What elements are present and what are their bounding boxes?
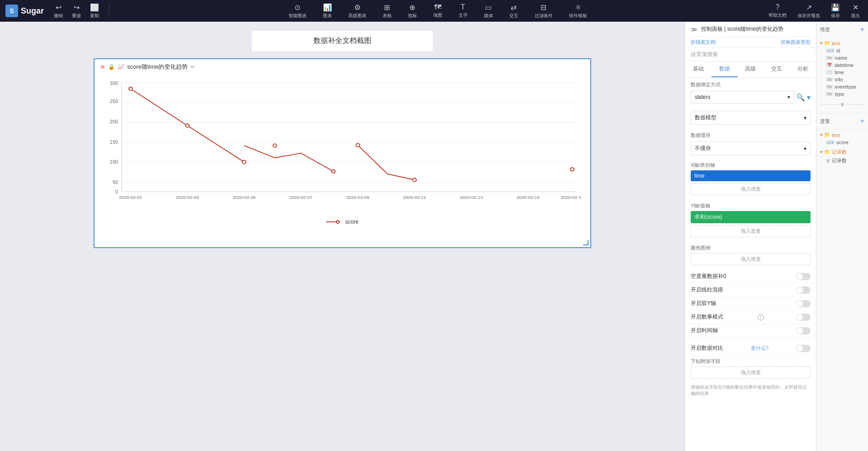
null-fill-toggle[interactable] <box>796 273 811 280</box>
dim-name-name: name <box>835 55 848 61</box>
data-compare-toggle[interactable] <box>796 345 811 352</box>
exit-icon: ✕ <box>853 3 859 12</box>
panel-expand-button[interactable]: ≫ <box>691 26 697 33</box>
expand-button[interactable]: ▾ <box>807 93 811 102</box>
chart-close-button[interactable]: ✕ <box>100 63 105 70</box>
filter-icon: ⊟ <box>541 3 546 12</box>
drill-placeholder[interactable]: 拖入维度 <box>691 366 811 379</box>
filter-button[interactable]: ⊟ 过滤条件 <box>531 1 556 21</box>
text-button[interactable]: T 文字 <box>455 1 471 21</box>
measure-folder-test[interactable]: ▾ 📁 test <box>820 131 864 139</box>
toolbar-separator <box>109 4 109 18</box>
dim-folder-test[interactable]: ▾ 📁 test <box>820 39 864 47</box>
fold-line-link[interactable]: 折线图文档 <box>691 39 716 46</box>
table-button[interactable]: ⊞ 表格 <box>379 1 395 21</box>
media-button[interactable]: ▭ 媒体 <box>480 1 497 21</box>
exit-button[interactable]: ✕ 退出 <box>848 1 863 21</box>
y-axis-placeholder[interactable]: 拖入度量 <box>691 225 811 237</box>
data-compare-label: 开启数据对比 <box>691 344 723 352</box>
dim-item-type[interactable]: Str type <box>820 90 864 98</box>
dim-item-score[interactable]: 123 score <box>820 139 864 146</box>
separator-icon: ≡ <box>839 101 846 108</box>
record-folder-arrow-icon: ▾ <box>820 149 823 155</box>
map-button[interactable]: 🗺 地图 <box>430 1 446 21</box>
advanced-chart-label: 高级图表 <box>348 13 366 19</box>
measure-folder-label: test <box>832 132 840 138</box>
help-icon: ? <box>776 3 780 11</box>
svg-text:0: 0 <box>115 189 118 194</box>
chart-container[interactable]: ✕ 🔒 📈 score随time的变化趋势 ✏ <box>94 58 591 248</box>
dim-item-eventtype[interactable]: Str eventtype <box>820 83 864 90</box>
redo-button[interactable]: ↪ 重做 <box>69 1 84 21</box>
dual-y-toggle[interactable] <box>796 300 811 307</box>
chart-edit-icon[interactable]: ✏ <box>190 64 195 70</box>
switch-chart-link[interactable]: 切换图表类型 <box>781 39 811 46</box>
page-title: 数据补全文档截图 <box>252 31 433 51</box>
help-button[interactable]: ? 帮助文档 <box>766 1 789 20</box>
redo-icon: ↪ <box>74 3 80 12</box>
chart-title: score随time的变化趋势 <box>127 63 188 71</box>
save-preview-button[interactable]: ↗ 保存并预览 <box>795 1 823 21</box>
undo-button[interactable]: ↩ 撤销 <box>51 1 66 21</box>
tab-basic[interactable]: 基础 <box>685 61 711 77</box>
tab-advanced[interactable]: 高级 <box>738 61 764 77</box>
svg-text:50: 50 <box>113 180 118 185</box>
color-legend-label: 颜色图例 <box>691 244 811 251</box>
interact-icon: ⇄ <box>511 3 517 12</box>
dim-panel-header: 维度 + <box>816 22 868 38</box>
dim-item-info[interactable]: Str info <box>820 76 864 83</box>
dim-item-id[interactable]: 123 id <box>820 47 864 54</box>
time-axis-toggle[interactable] <box>796 327 811 334</box>
chart-header: ✕ 🔒 📈 score随time的变化趋势 ✏ <box>95 59 590 75</box>
folder-icon: 📁 <box>824 40 830 46</box>
record-folder-label: 记录数 <box>832 149 847 155</box>
mix-chart-toggle[interactable] <box>796 287 811 294</box>
dim-item-name[interactable]: Str name <box>820 54 864 61</box>
indicator-button[interactable]: ⊕ 指标 <box>404 1 421 21</box>
event-mode-info-icon[interactable]: i <box>758 314 764 320</box>
smart-chart-button[interactable]: ⊙ 智能图表 <box>285 1 310 21</box>
search-button[interactable]: 🔍 <box>796 93 805 102</box>
media-icon: ▭ <box>485 3 492 12</box>
resize-handle[interactable] <box>583 240 588 245</box>
measure-add-button[interactable]: + <box>860 117 864 125</box>
save-preview-label: 保存并预览 <box>797 13 820 19</box>
interact-button[interactable]: ⇄ 交互 <box>506 1 522 21</box>
separator-line-right <box>846 104 865 105</box>
data-cache-dropdown[interactable]: 不缓存 ▾ <box>691 141 811 155</box>
what-is-this-link[interactable]: 是什么? <box>751 345 768 352</box>
panel-divider <box>685 339 816 340</box>
data-binding-dropdown[interactable]: sliders ▾ <box>691 91 794 103</box>
y-axis-field[interactable]: 求和(score) <box>691 211 811 223</box>
advanced-chart-button[interactable]: ⚙ 高级图表 <box>345 1 370 21</box>
dim-item-datetime[interactable]: 📅 datetime <box>820 61 864 69</box>
svg-text:2020-02-11: 2020-02-11 <box>403 195 426 200</box>
copy-button[interactable]: ⬜ 复制 <box>87 1 102 21</box>
svg-text:2020-02-15: 2020-02-15 <box>517 195 540 200</box>
x-axis-placeholder[interactable]: 拖入维度 <box>691 183 811 195</box>
data-model-dropdown[interactable]: 数据模型 ▾ <box>691 111 811 125</box>
color-legend-placeholder[interactable]: 拖入维度 <box>691 253 811 265</box>
text-label: 文字 <box>459 12 468 19</box>
dim-item-time[interactable]: 🕐 time <box>820 69 864 76</box>
x-axis-field[interactable]: time <box>691 170 811 181</box>
panel-search: 设置项搜索 <box>685 48 816 61</box>
data-model-section: 数据模型 ▾ <box>685 107 816 128</box>
svg-text:200: 200 <box>110 119 118 125</box>
separator-line-left <box>820 104 839 105</box>
canvas-area: 数据补全文档截图 ✕ 🔒 📈 score随time的变化趋势 ✏ <box>0 22 685 451</box>
save-button[interactable]: 💾 保存 <box>828 1 843 21</box>
dim-name-info: info <box>835 77 843 82</box>
chart-button[interactable]: 📊 图表 <box>319 1 336 21</box>
help-label: 帮助文档 <box>768 12 787 19</box>
svg-point-22 <box>570 168 574 171</box>
record-folder[interactable]: ▾ 📁 记录数 <box>820 148 864 156</box>
event-mode-toggle[interactable] <box>796 314 811 321</box>
dimension-add-button[interactable]: + <box>860 25 864 33</box>
tab-data[interactable]: 数据 <box>711 61 738 77</box>
plugin-button[interactable]: ⚛ 组件模板 <box>565 1 591 21</box>
dim-item-record[interactable]: ¶ 记录数 <box>820 156 864 165</box>
tab-interact[interactable]: 交互 <box>764 61 790 77</box>
tab-analysis[interactable]: 分析 <box>790 61 816 77</box>
advanced-chart-icon: ⚙ <box>354 3 360 12</box>
